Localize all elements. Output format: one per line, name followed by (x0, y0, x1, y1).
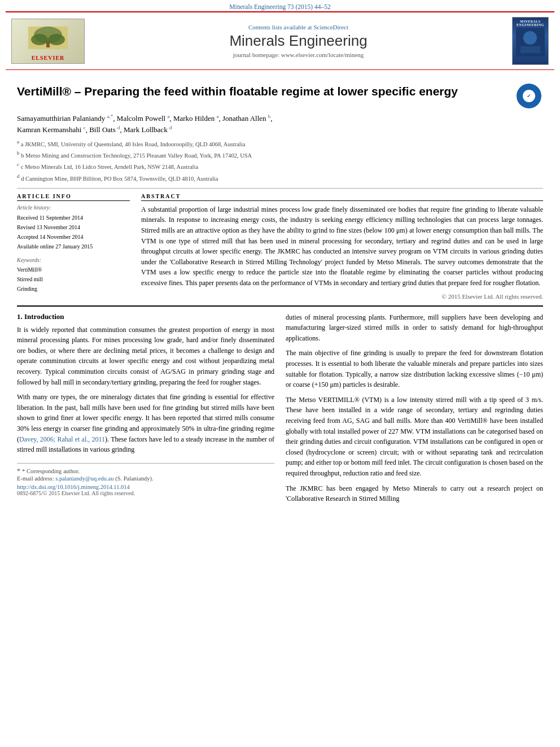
journal-info: Contents lists available at ScienceDirec… (85, 24, 512, 58)
info-abstract-section: ARTICLE INFO Article history: Received 1… (17, 193, 543, 300)
svg-point-2 (31, 34, 48, 45)
footnote-email: E-mail address: s.palaniandy@uq.edu.au (… (17, 475, 274, 482)
affil-line-d: d d Cannington Mine, BHP Billiton, PO Bo… (17, 172, 543, 184)
footnote-star: * (17, 467, 22, 475)
email-suffix: (S. Palaniandy). (115, 475, 153, 482)
crossmark-badge-container[interactable]: ✓ (515, 84, 543, 108)
copyright-line: © 2015 Elsevier Ltd. All rights reserved… (141, 293, 543, 300)
keywords-label: Keywords: (17, 257, 130, 263)
affil-line-b: b b Metso Mining and Construction Techno… (17, 149, 543, 160)
email-label: E-mail address: (17, 475, 54, 482)
header-divider (17, 188, 543, 189)
keyword-3: Grinding (17, 284, 130, 294)
body-columns: 1. Introduction It is widely reported th… (17, 312, 543, 509)
affiliations: a a JKMRC, SMI, University of Queensland… (17, 138, 543, 184)
article-dates: Received 11 September 2014 Revised 13 No… (17, 213, 130, 251)
reference-link[interactable]: Davey, 2006; Rahal et al., 2011 (19, 435, 105, 443)
cover-title-text: MINERALS ENGINEERING (517, 20, 544, 27)
journal-cover: MINERALS ENGINEERING (512, 17, 549, 65)
right-para5: The Metso VERTIMILL® (VTM) is a low inte… (286, 395, 543, 479)
issn-line: 0892-6875/© 2015 Elsevier Ltd. All right… (17, 490, 274, 496)
elsevier-wordmark: ELSEVIER (32, 55, 65, 61)
article-history-label: Article history: (17, 204, 130, 211)
received-date: Received 11 September 2014 (17, 213, 130, 222)
journal-citation: Minerals Engineering 73 (2015) 44–52 (229, 3, 331, 10)
intro-heading: 1. Introduction (17, 312, 274, 321)
svg-point-6 (523, 31, 537, 45)
journal-header: ELSEVIER Contents lists available at Sci… (6, 11, 554, 70)
article-title-section: VertiMill® – Preparing the feed within f… (17, 84, 543, 108)
sciencedirect-note: Contents lists available at ScienceDirec… (90, 24, 506, 30)
crossmark-icon[interactable]: ✓ (517, 84, 541, 108)
available-date: Available online 27 January 2015 (17, 242, 130, 251)
svg-point-3 (48, 34, 65, 45)
doi-line[interactable]: http://dx.doi.org/10.1016/j.mineng.2014.… (17, 484, 274, 490)
sciencedirect-link-text[interactable]: ScienceDirect (313, 24, 348, 30)
article-info: ARTICLE INFO Article history: Received 1… (17, 193, 130, 300)
right-para3: duties of mineral processing plants. Fur… (286, 312, 543, 344)
cover-graphic (515, 27, 546, 58)
keywords-list: VertiMill® Stirred mill Grinding (17, 265, 130, 294)
revised-date: Revised 13 November 2014 (17, 222, 130, 232)
svg-rect-7 (520, 46, 540, 53)
authors-line: Samayamutthirian Palaniandy a,*, Malcolm… (17, 113, 543, 136)
keyword-2: Stirred mill (17, 274, 130, 284)
intro-para1: It is widely reported that comminution c… (17, 325, 274, 388)
footnote-corresponding: * * Corresponding author. (17, 467, 274, 475)
elsevier-logo: ELSEVIER (11, 19, 85, 64)
journal-title: Minerals Engineering (90, 32, 506, 50)
elsevier-tree-icon (25, 24, 71, 55)
right-para4: The main objective of fine grinding is u… (286, 348, 543, 390)
left-column: 1. Introduction It is widely reported th… (17, 312, 274, 509)
article-title: VertiMill® – Preparing the feed within f… (17, 84, 515, 99)
author-1: Samayamutthirian Palaniandy (17, 114, 107, 123)
accepted-date: Accepted 14 November 2014 (17, 232, 130, 242)
top-journal-link: Minerals Engineering 73 (2015) 44–52 (0, 0, 560, 11)
abstract-heading: ABSTRACT (141, 193, 543, 201)
section-divider (17, 305, 543, 307)
right-para6: The JKMRC has been engaged by Metso Mine… (286, 483, 543, 504)
footnote-section: * * Corresponding author. E-mail address… (17, 463, 274, 496)
keyword-1: VertiMill® (17, 265, 130, 274)
crossmark-inner: ✓ (523, 90, 535, 102)
abstract-section: ABSTRACT A substantial proportion of lar… (141, 193, 543, 300)
affil-line-a: a a JKMRC, SMI, University of Queensland… (17, 138, 543, 149)
abstract-text: A substantial proportion of large indust… (141, 204, 543, 289)
footnote-star-text: * Corresponding author. (22, 468, 80, 474)
affil-line-c: c c Metso Minerals Ltd, 16 Lidco Street,… (17, 160, 543, 172)
journal-homepage: journal homepage: www.elsevier.com/locat… (90, 51, 506, 58)
article-info-heading: ARTICLE INFO (17, 193, 130, 201)
svg-rect-4 (46, 41, 50, 47)
email-link[interactable]: s.palaniandy@uq.edu.au (55, 475, 113, 482)
affil-a: a,* (107, 113, 113, 119)
intro-para2: With many ore types, the ore mineralogy … (17, 392, 274, 455)
main-content: VertiMill® – Preparing the feed within f… (0, 70, 560, 514)
right-column: duties of mineral processing plants. Fur… (286, 312, 543, 509)
